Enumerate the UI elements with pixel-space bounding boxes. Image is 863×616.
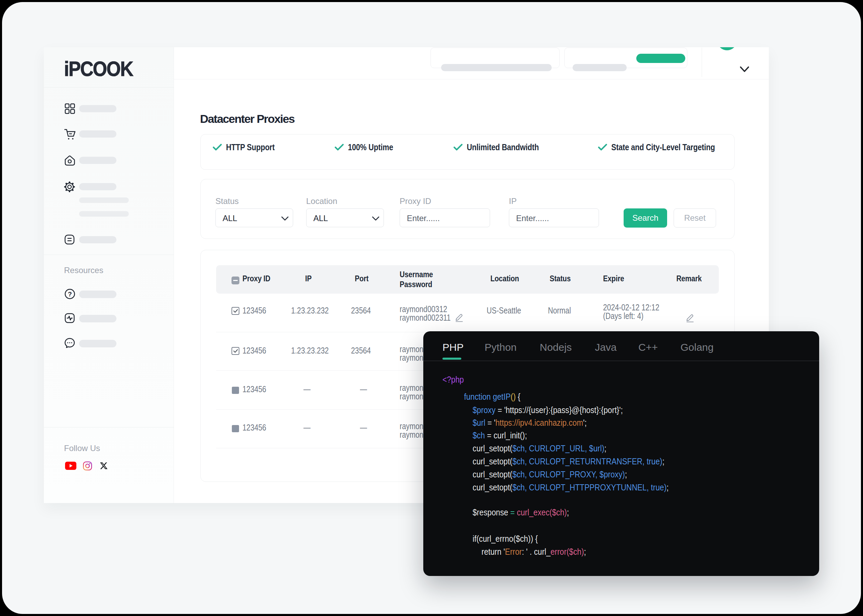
svg-text:iPCOOK: iPCOOK xyxy=(64,60,134,77)
svg-text:?: ? xyxy=(68,291,72,298)
